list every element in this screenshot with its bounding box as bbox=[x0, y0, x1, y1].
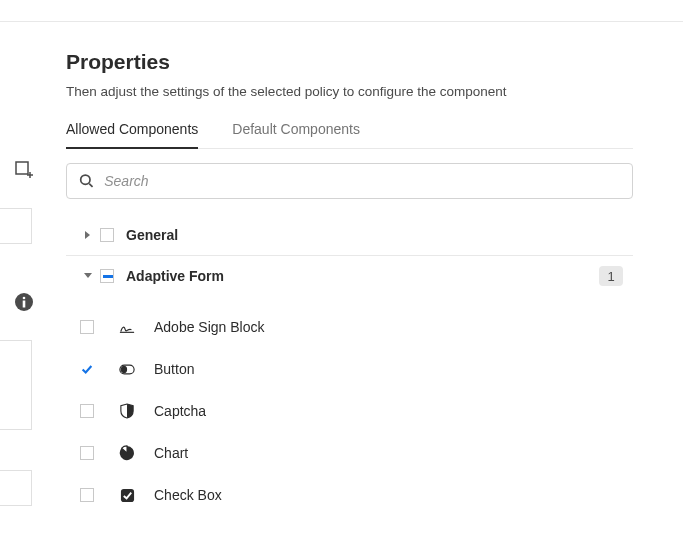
svg-line-7 bbox=[89, 184, 92, 187]
svg-rect-5 bbox=[23, 301, 26, 308]
search-icon bbox=[79, 173, 94, 189]
count-badge: 1 bbox=[599, 266, 623, 286]
main-panel: Properties Then adjust the settings of t… bbox=[48, 22, 683, 548]
list-item: Captcha bbox=[66, 390, 633, 432]
adaptive-form-items: Adobe Sign Block Button bbox=[66, 298, 633, 516]
chevron-down-icon bbox=[80, 272, 96, 280]
search-input[interactable] bbox=[104, 173, 620, 189]
button-icon bbox=[118, 360, 136, 378]
checkbox-general[interactable] bbox=[100, 228, 114, 242]
top-border bbox=[0, 0, 683, 22]
checkbox-captcha[interactable] bbox=[80, 404, 94, 418]
group-label-adaptive-form: Adaptive Form bbox=[126, 268, 224, 284]
svg-rect-11 bbox=[120, 488, 133, 501]
tabs: Allowed Components Default Components bbox=[66, 121, 633, 149]
item-label: Button bbox=[154, 361, 194, 377]
sign-icon bbox=[118, 318, 136, 336]
info-icon[interactable] bbox=[6, 284, 42, 320]
add-rectangle-icon[interactable] bbox=[6, 152, 42, 188]
left-rail bbox=[0, 22, 48, 548]
item-label: Adobe Sign Block bbox=[154, 319, 265, 335]
rail-placeholder-3 bbox=[0, 470, 32, 506]
page-subtitle: Then adjust the settings of the selected… bbox=[66, 84, 633, 99]
list-item: Adobe Sign Block bbox=[66, 306, 633, 348]
rail-placeholder-1 bbox=[0, 208, 32, 244]
chart-icon bbox=[118, 444, 136, 462]
page-title: Properties bbox=[66, 50, 633, 74]
group-adaptive-form[interactable]: Adaptive Form 1 bbox=[66, 256, 633, 298]
checkbox-button[interactable] bbox=[80, 362, 94, 376]
tab-allowed-components[interactable]: Allowed Components bbox=[66, 121, 198, 149]
list-item: Button bbox=[66, 348, 633, 390]
search-field[interactable] bbox=[66, 163, 633, 199]
checkbox-check-box[interactable] bbox=[80, 488, 94, 502]
rail-placeholder-2 bbox=[0, 340, 32, 430]
chevron-right-icon bbox=[80, 230, 96, 240]
checkbox-chart[interactable] bbox=[80, 446, 94, 460]
checkbox-adaptive-form[interactable] bbox=[100, 269, 114, 283]
shield-icon bbox=[118, 402, 136, 420]
checkbox-icon bbox=[118, 486, 136, 504]
item-label: Chart bbox=[154, 445, 188, 461]
svg-point-6 bbox=[81, 175, 90, 184]
list-item: Chart bbox=[66, 432, 633, 474]
svg-rect-10 bbox=[121, 366, 126, 372]
checkbox-adobe-sign-block[interactable] bbox=[80, 320, 94, 334]
group-label-general: General bbox=[126, 227, 178, 243]
svg-rect-0 bbox=[16, 162, 28, 174]
tab-default-components[interactable]: Default Components bbox=[232, 121, 360, 149]
group-general[interactable]: General bbox=[66, 217, 633, 256]
item-label: Captcha bbox=[154, 403, 206, 419]
item-label: Check Box bbox=[154, 487, 222, 503]
svg-point-4 bbox=[23, 297, 26, 300]
list-item: Check Box bbox=[66, 474, 633, 516]
